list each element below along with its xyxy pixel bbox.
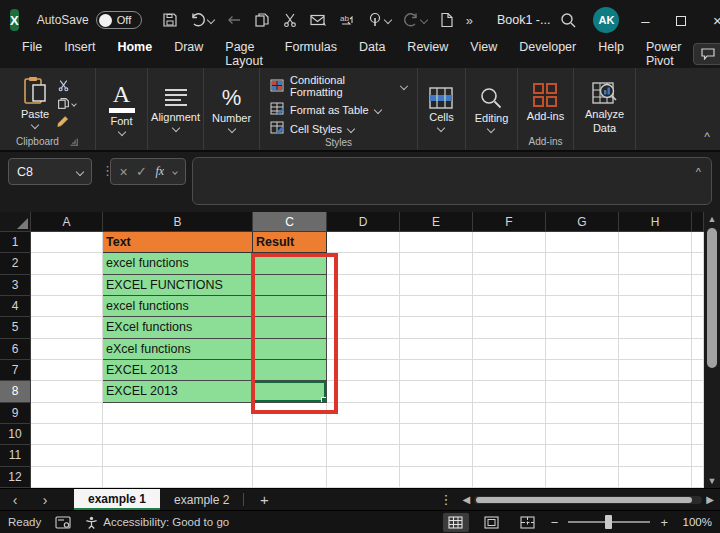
hscroll-track[interactable]	[474, 496, 702, 504]
zoom-out-button[interactable]: −	[551, 515, 559, 530]
cell-A2[interactable]	[31, 253, 103, 274]
cell-E2[interactable]	[400, 253, 473, 274]
column-header-A[interactable]: A	[31, 212, 103, 232]
cell-B4[interactable]: excel functions	[103, 296, 253, 317]
cell-H7[interactable]	[619, 360, 692, 381]
cell-D8[interactable]	[327, 381, 400, 402]
cell-G11[interactable]	[546, 445, 619, 466]
select-all-button[interactable]	[0, 212, 31, 232]
row-header-12[interactable]: 12	[0, 467, 31, 488]
addins-button[interactable]: Add-ins	[519, 80, 572, 124]
row-header-5[interactable]: 5	[0, 317, 31, 338]
cell-D4[interactable]	[327, 296, 400, 317]
cell-C8[interactable]	[253, 381, 327, 402]
cell-G6[interactable]	[546, 339, 619, 360]
cell-E4[interactable]	[400, 296, 473, 317]
paste-dropdown-icon[interactable]	[31, 120, 39, 128]
new-sheet-button[interactable]: +	[244, 489, 284, 510]
copy-button[interactable]	[254, 12, 270, 28]
cell-G9[interactable]	[546, 403, 619, 424]
row-header-2[interactable]: 2	[0, 253, 31, 274]
cell-H11[interactable]	[619, 445, 692, 466]
cell-E3[interactable]	[400, 275, 473, 296]
autosave-control[interactable]: AutoSave Off	[37, 11, 142, 29]
paste-button[interactable]: Paste	[13, 74, 57, 130]
sheet-prev-button[interactable]: ‹	[0, 489, 30, 510]
cell-F2[interactable]	[473, 253, 546, 274]
cell-H5[interactable]	[619, 317, 692, 338]
cell-F6[interactable]	[473, 339, 546, 360]
column-header-C[interactable]: C	[253, 212, 327, 232]
cell-A8[interactable]	[31, 381, 103, 402]
cell-C5[interactable]	[253, 317, 327, 338]
cell-F11[interactable]	[473, 445, 546, 466]
number-menu-button[interactable]: % Number	[204, 84, 259, 134]
cell-F1[interactable]	[473, 232, 546, 253]
close-button[interactable]: ×	[707, 12, 720, 29]
hscroll-left-icon[interactable]: ◀	[463, 494, 471, 505]
sheet-tab-example-1[interactable]: example 1	[74, 489, 160, 510]
cell-H4[interactable]	[619, 296, 692, 317]
cell-B8[interactable]: EXCEL 2013	[103, 381, 253, 402]
cell-D5[interactable]	[327, 317, 400, 338]
styles-button-cell-styles[interactable]: Cell Styles	[270, 121, 354, 136]
cell-G4[interactable]	[546, 296, 619, 317]
fx-dropdown-icon[interactable]	[172, 169, 178, 175]
hscroll-right-icon[interactable]: ▶	[706, 494, 714, 505]
cell-B10[interactable]	[103, 424, 253, 445]
row-header-1[interactable]: 1	[0, 232, 31, 253]
macro-record-button[interactable]	[55, 516, 71, 529]
excel-logo-icon[interactable]: X	[10, 9, 19, 31]
styles-button-conditional-formatting[interactable]: Conditional Formatting	[270, 74, 407, 98]
row-header-3[interactable]: 3	[0, 275, 31, 296]
undo-button[interactable]	[190, 12, 214, 28]
cell-D2[interactable]	[327, 253, 400, 274]
cell-F9[interactable]	[473, 403, 546, 424]
account-avatar[interactable]: AK	[593, 7, 619, 33]
cell-C12[interactable]	[253, 467, 327, 488]
cell-C6[interactable]	[253, 339, 327, 360]
column-header-B[interactable]: B	[103, 212, 253, 232]
zoom-slider[interactable]	[568, 521, 650, 523]
cell-B6[interactable]: eXcel functions	[103, 339, 253, 360]
cell-H6[interactable]	[619, 339, 692, 360]
cell-E6[interactable]	[400, 339, 473, 360]
find-replace-button[interactable]: ab	[339, 12, 356, 28]
font-menu-button[interactable]: A Font	[101, 81, 143, 137]
cell-E8[interactable]	[400, 381, 473, 402]
cell-C10[interactable]	[253, 424, 327, 445]
scroll-down-icon[interactable]: ▼	[704, 476, 720, 486]
cell-F5[interactable]	[473, 317, 546, 338]
cell-C2[interactable]	[253, 253, 327, 274]
cell-H12[interactable]	[619, 467, 692, 488]
cell-D1[interactable]	[327, 232, 400, 253]
editing-menu-button[interactable]: Editing	[467, 84, 517, 134]
cancel-formula-button[interactable]: ×	[119, 164, 127, 180]
zoom-in-button[interactable]: +	[660, 515, 668, 530]
cell-E7[interactable]	[400, 360, 473, 381]
page-break-view-button[interactable]	[515, 513, 541, 532]
cell-B7[interactable]: EXCEL 2013	[103, 360, 253, 381]
clipboard-dialog-launcher[interactable]	[70, 138, 77, 145]
row-header-7[interactable]: 7	[0, 360, 31, 381]
cut-button[interactable]	[282, 12, 298, 28]
cell-D12[interactable]	[327, 467, 400, 488]
maximize-button[interactable]	[671, 12, 691, 29]
redo-button[interactable]	[403, 12, 427, 28]
horizontal-scrollbar[interactable]: ◀ ▶	[463, 489, 720, 510]
cell-H1[interactable]	[619, 232, 692, 253]
cell-B2[interactable]: excel functions	[103, 253, 253, 274]
cell-D9[interactable]	[327, 403, 400, 424]
cell-G1[interactable]	[546, 232, 619, 253]
cut-small-button[interactable]	[57, 79, 76, 92]
page-layout-view-button[interactable]	[479, 513, 505, 532]
cell-D11[interactable]	[327, 445, 400, 466]
cell-C7[interactable]	[253, 360, 327, 381]
row-header-8[interactable]: 8	[0, 381, 31, 402]
sheet-tab-options-icon[interactable]: ⋮	[430, 489, 463, 510]
search-icon[interactable]	[560, 12, 577, 29]
sheet-next-button[interactable]: ›	[30, 489, 60, 510]
touch-mouse-mode-button[interactable]	[368, 12, 391, 28]
back-button[interactable]	[226, 12, 242, 28]
cell-D7[interactable]	[327, 360, 400, 381]
